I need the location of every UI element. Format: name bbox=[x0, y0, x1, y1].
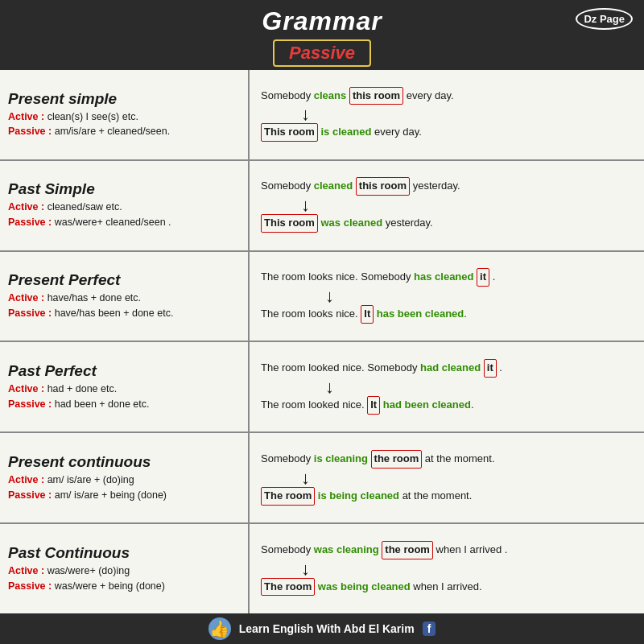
past-perfect-active: Active : had + done etc. bbox=[8, 382, 242, 397]
present-simple-left: Present simple Active : clean(s) I see(s… bbox=[0, 70, 250, 159]
thumbs-up-icon: 👍 bbox=[208, 617, 231, 640]
past-perfect-ex1: The room looked nice. Somebody had clean… bbox=[261, 359, 636, 378]
facebook-icon: f bbox=[423, 621, 436, 636]
present-simple-right: Somebody cleans this room every day. ↓ T… bbox=[250, 70, 644, 159]
present-continuous-title: Present continuous bbox=[8, 453, 242, 471]
present-simple-row: Present simple Active : clean(s) I see(s… bbox=[0, 70, 644, 161]
past-perfect-title: Past Perfect bbox=[8, 362, 242, 380]
footer-text: Learn English With Abd El Karim bbox=[239, 622, 415, 635]
page: Grammar Passive Dz Page Present simple A… bbox=[0, 0, 644, 644]
past-continuous-title: Past Continuous bbox=[8, 544, 242, 562]
arrow-down-5: ↓ bbox=[301, 469, 636, 487]
present-perfect-right: The room looks nice. Somebody has cleane… bbox=[250, 252, 644, 341]
past-simple-row: Past Simple Active : cleaned/saw etc. Pa… bbox=[0, 161, 644, 252]
arrow-down-4: ↓ bbox=[325, 378, 636, 396]
past-perfect-right: The room looked nice. Somebody had clean… bbox=[250, 342, 644, 431]
present-simple-passive: Passive : am/is/are + cleaned/seen. bbox=[8, 124, 242, 139]
present-perfect-row: Present Perfect Active : have/has + done… bbox=[0, 252, 644, 343]
past-simple-passive: Passive : was/were+ cleaned/seen . bbox=[8, 215, 242, 230]
present-continuous-active: Active : am/ is/are + (do)ing bbox=[8, 473, 242, 488]
present-perfect-ex2: The room looks nice. It has been cleaned… bbox=[261, 305, 636, 324]
past-continuous-right: Somebody was cleaning the room when I ar… bbox=[250, 524, 644, 613]
present-continuous-right: Somebody is cleaning the room at the mom… bbox=[250, 433, 644, 522]
past-simple-ex2: This room was cleaned yesterday. bbox=[261, 214, 636, 233]
past-continuous-active: Active : was/were+ (do)ing bbox=[8, 564, 242, 579]
past-continuous-passive: Passive : was/were + being (done) bbox=[8, 579, 242, 594]
present-perfect-passive: Passive : have/has been + done etc. bbox=[8, 306, 242, 321]
present-continuous-ex2: The room is being cleaned at the moment. bbox=[261, 487, 636, 506]
past-continuous-ex2: The room was being cleaned when I arrive… bbox=[261, 578, 636, 597]
present-perfect-active: Active : have/has + done etc. bbox=[8, 291, 242, 306]
present-continuous-row: Present continuous Active : am/ is/are +… bbox=[0, 433, 644, 524]
present-simple-active: Active : clean(s) I see(s) etc. bbox=[8, 109, 242, 125]
content: Present simple Active : clean(s) I see(s… bbox=[0, 70, 644, 613]
passive-badge: Passive bbox=[273, 39, 371, 67]
past-simple-active: Active : cleaned/saw etc. bbox=[8, 200, 242, 215]
arrow-down-6: ↓ bbox=[301, 560, 636, 578]
past-simple-title: Past Simple bbox=[8, 180, 242, 198]
past-perfect-passive: Passive : had been + done etc. bbox=[8, 397, 242, 412]
footer: 👍 Learn English With Abd El Karim f bbox=[0, 613, 644, 644]
past-continuous-ex1: Somebody was cleaning the room when I ar… bbox=[261, 541, 636, 559]
arrow-down-2: ↓ bbox=[301, 196, 636, 214]
arrow-down-1: ↓ bbox=[301, 105, 636, 123]
past-simple-ex1: Somebody cleaned this room yesterday. bbox=[261, 177, 636, 196]
dz-badge: Dz Page bbox=[576, 8, 633, 30]
header: Grammar Passive Dz Page bbox=[0, 0, 644, 70]
present-simple-title: Present simple bbox=[8, 90, 242, 108]
past-simple-right: Somebody cleaned this room yesterday. ↓ … bbox=[250, 161, 644, 250]
past-perfect-left: Past Perfect Active : had + done etc. Pa… bbox=[0, 342, 250, 431]
present-continuous-ex1: Somebody is cleaning the room at the mom… bbox=[261, 450, 636, 469]
present-continuous-left: Present continuous Active : am/ is/are +… bbox=[0, 433, 250, 522]
past-continuous-row: Past Continuous Active : was/were+ (do)i… bbox=[0, 524, 644, 613]
present-continuous-passive: Passive : am/ is/are + being (done) bbox=[8, 488, 242, 503]
present-perfect-ex1: The room looks nice. Somebody has cleane… bbox=[261, 268, 636, 287]
header-title: Grammar bbox=[0, 6, 644, 36]
past-perfect-ex2: The room looked nice. It had been cleane… bbox=[261, 396, 636, 415]
passive-badge-text: Passive bbox=[289, 43, 355, 63]
present-perfect-title: Present Perfect bbox=[8, 271, 242, 289]
present-simple-ex2: This room is cleaned every day. bbox=[261, 123, 636, 142]
present-simple-ex1: Somebody cleans this room every day. bbox=[261, 87, 636, 105]
past-perfect-row: Past Perfect Active : had + done etc. Pa… bbox=[0, 342, 644, 433]
past-continuous-left: Past Continuous Active : was/were+ (do)i… bbox=[0, 524, 250, 613]
present-perfect-left: Present Perfect Active : have/has + done… bbox=[0, 252, 250, 341]
arrow-down-3: ↓ bbox=[325, 287, 636, 305]
past-simple-left: Past Simple Active : cleaned/saw etc. Pa… bbox=[0, 161, 250, 250]
